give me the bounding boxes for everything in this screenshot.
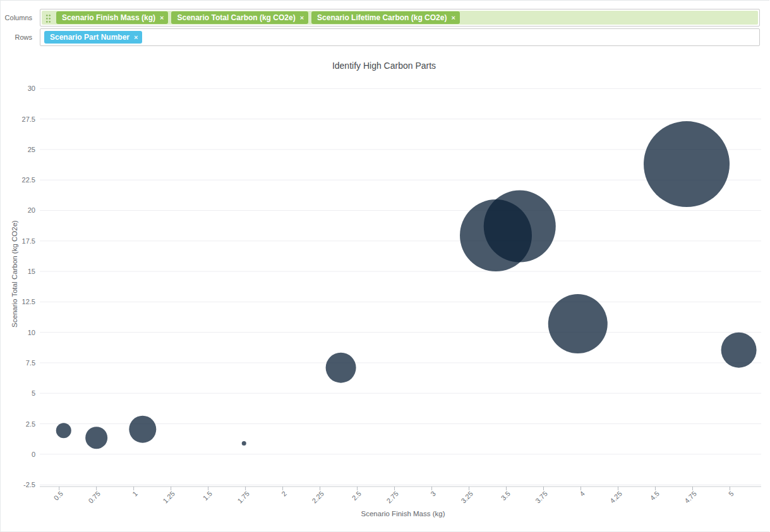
x-tick-label: 4.25	[608, 490, 623, 505]
x-tick-label: 2.5	[351, 490, 363, 502]
bubble[interactable]	[242, 441, 246, 446]
measure-pill[interactable]: Scenario Lifetime Carbon (kg CO2e)×	[311, 11, 460, 24]
x-tick-label: 0.5	[52, 490, 64, 502]
y-tick-label: 25	[28, 146, 35, 153]
pill-label: Scenario Finish Mass (kg)	[62, 13, 155, 22]
columns-shelf-label: Columns	[1, 9, 40, 27]
x-tick-label: 0.75	[87, 490, 102, 505]
pivot-toolbar: Columns Scenario Finish Mass (kg)×Scenar…	[1, 9, 760, 48]
y-tick-label: 22.5	[22, 176, 35, 184]
x-tick-label: 2	[280, 490, 288, 498]
x-tick-label: 3.75	[534, 490, 549, 505]
bubble[interactable]	[721, 333, 757, 368]
bubble-chart: 3027.52522.52017.51512.5107.552.50-2.50.…	[1, 1, 770, 532]
x-tick-label: 1.5	[202, 490, 214, 502]
dimension-pill[interactable]: Scenario Part Number×	[44, 31, 142, 44]
drag-handle-icon[interactable]	[45, 13, 51, 23]
x-tick-label: 3.5	[500, 490, 512, 502]
x-tick-label: 2.25	[310, 490, 325, 505]
y-tick-label: 15	[28, 268, 35, 275]
remove-pill-icon[interactable]: ×	[451, 15, 455, 21]
bubble[interactable]	[644, 121, 730, 207]
rows-row: Rows Scenario Part Number×	[1, 28, 760, 46]
rows-drop-zone[interactable]: Scenario Part Number×	[42, 30, 758, 44]
y-tick-label: 5	[32, 389, 35, 397]
remove-pill-icon[interactable]: ×	[134, 34, 138, 41]
y-tick-label: 30	[28, 85, 35, 92]
x-tick-label: 4.75	[683, 490, 698, 505]
y-tick-label: 20	[28, 206, 35, 214]
x-axis-title: Scenario Finish Mass (kg)	[361, 510, 445, 517]
y-tick-label: 17.5	[22, 237, 35, 245]
bubble[interactable]	[548, 294, 608, 353]
columns-drop-zone[interactable]: Scenario Finish Mass (kg)×Scenario Total…	[42, 11, 758, 25]
y-axis-title: Scenario Total Carbon (kg CO2e)	[11, 220, 18, 328]
remove-pill-icon[interactable]: ×	[160, 15, 164, 21]
y-tick-label: 7.5	[26, 359, 35, 367]
x-tick-label: 4	[578, 490, 586, 498]
y-tick-label: 2.5	[26, 420, 35, 428]
x-tick-label: 3	[429, 490, 437, 498]
bubble[interactable]	[484, 191, 556, 263]
columns-shelf[interactable]: Scenario Finish Mass (kg)×Scenario Total…	[40, 9, 760, 27]
rows-shelf[interactable]: Scenario Part Number×	[40, 28, 760, 46]
bubble[interactable]	[129, 416, 156, 443]
bubble[interactable]	[56, 423, 71, 438]
pill-label: Scenario Lifetime Carbon (kg CO2e)	[317, 13, 447, 22]
bubble[interactable]	[326, 353, 356, 383]
measure-pill[interactable]: Scenario Total Carbon (kg CO2e)×	[171, 11, 308, 24]
y-tick-label: 0	[32, 451, 35, 458]
chart-title: Identify High Carbon Parts	[1, 61, 767, 71]
y-tick-label: 12.5	[22, 298, 35, 305]
y-tick-label: 10	[28, 329, 35, 336]
y-tick-label: -2.5	[23, 481, 35, 488]
remove-pill-icon[interactable]: ×	[300, 15, 304, 21]
x-tick-label: 3.25	[459, 490, 474, 505]
app: 3027.52522.52017.51512.5107.552.50-2.50.…	[0, 0, 769, 532]
measure-pill[interactable]: Scenario Finish Mass (kg)×	[56, 11, 168, 24]
x-tick-label: 5	[727, 490, 735, 498]
pill-label: Scenario Total Carbon (kg CO2e)	[177, 13, 295, 22]
x-tick-label: 1.25	[161, 490, 176, 505]
rows-shelf-label: Rows	[1, 28, 40, 46]
x-tick-label: 1.75	[236, 490, 251, 505]
y-tick-label: 27.5	[22, 115, 35, 123]
x-tick-label: 1	[131, 490, 139, 498]
pill-label: Scenario Part Number	[50, 33, 129, 42]
columns-row: Columns Scenario Finish Mass (kg)×Scenar…	[1, 9, 760, 27]
x-tick-label: 4.5	[649, 490, 661, 502]
bubble[interactable]	[85, 427, 107, 449]
x-tick-label: 2.75	[385, 490, 400, 505]
